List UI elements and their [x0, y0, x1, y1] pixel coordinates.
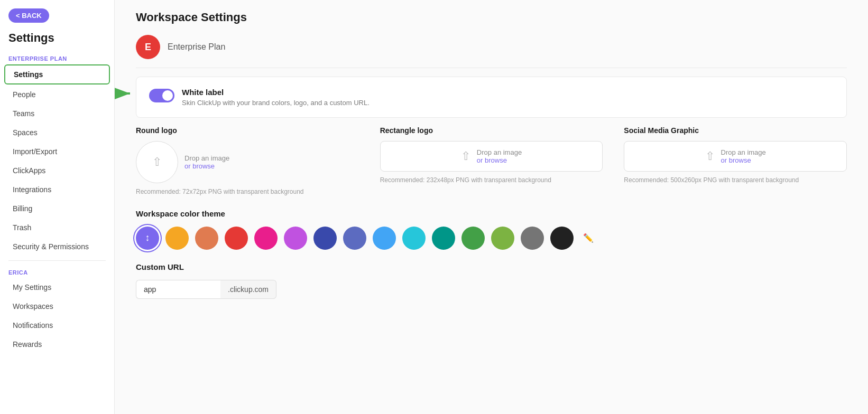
color-dot-cyan[interactable]: [402, 227, 426, 250]
social-logo-section: Social Media Graphic ⇧ Drop an image or …: [624, 126, 847, 196]
sidebar-item-rewards[interactable]: Rewards: [4, 335, 110, 353]
rect-browse-label[interactable]: or browse: [477, 156, 522, 164]
rectangle-logo-upload[interactable]: ⇧ Drop an image or browse: [380, 141, 603, 172]
color-dot-orange-red[interactable]: [195, 227, 218, 250]
social-drop-label: Drop an image: [721, 148, 766, 156]
color-arrows-icon: ↕: [145, 232, 150, 243]
round-logo-rec: Recommended: 72x72px PNG with transparen…: [136, 187, 359, 196]
logos-row: Round logo ⇧ Drop an image or browse Rec…: [136, 126, 847, 196]
white-label-heading: White label: [182, 88, 370, 97]
green-arrow: [115, 84, 136, 102]
white-label-text: White label Skin ClickUp with your brand…: [182, 88, 370, 107]
sidebar-item-clickapps[interactable]: ClickApps: [4, 162, 110, 180]
social-logo-upload[interactable]: ⇧ Drop an image or browse: [624, 141, 847, 172]
rect-upload-cloud-icon: ⇧: [461, 149, 470, 163]
color-custom-icon[interactable]: ✏️: [580, 230, 597, 247]
color-dot-dark-blue[interactable]: [313, 227, 337, 250]
white-label-description: Skin ClickUp with your brand colors, log…: [182, 99, 370, 107]
color-dot-red[interactable]: [225, 227, 248, 250]
color-dot-blue[interactable]: [343, 227, 366, 250]
sidebar-item-spaces[interactable]: Spaces: [4, 124, 110, 142]
color-theme-heading: Workspace color theme: [136, 209, 847, 218]
rectangle-logo-heading: Rectangle logo: [380, 126, 603, 135]
sidebar-item-notifications[interactable]: Notifications: [4, 316, 110, 334]
rectangle-logo-rec: Recommended: 232x48px PNG with transpare…: [380, 176, 603, 185]
white-label-toggle[interactable]: [149, 89, 174, 102]
enterprise-section-label: ENTERPRISE PLAN: [0, 51, 114, 64]
color-dot-purple[interactable]: [284, 227, 307, 250]
color-dot-light-green[interactable]: [491, 227, 514, 250]
round-logo-drop-text: Drop an image or browse: [184, 154, 229, 170]
round-logo-section: Round logo ⇧ Drop an image or browse Rec…: [136, 126, 359, 196]
sidebar-title: Settings: [0, 31, 114, 51]
enterprise-name: Enterprise Plan: [168, 42, 225, 52]
sidebar-item-billing[interactable]: Billing: [4, 200, 110, 218]
round-drop-label: Drop an image: [184, 154, 229, 162]
color-dot-pink[interactable]: [254, 227, 278, 250]
color-row: ↕ ✏️: [136, 227, 847, 250]
social-logo-drop-text: Drop an image or browse: [721, 148, 766, 164]
color-dot-green[interactable]: [461, 227, 485, 250]
round-browse-label[interactable]: or browse: [184, 162, 229, 170]
color-dot-teal[interactable]: [432, 227, 455, 250]
rectangle-logo-section: Rectangle logo ⇧ Drop an image or browse…: [380, 126, 603, 196]
color-dot-light-blue[interactable]: [373, 227, 396, 250]
sidebar-item-import-export[interactable]: Import/Export: [4, 143, 110, 161]
sidebar-item-settings[interactable]: Settings: [4, 64, 110, 84]
sidebar-item-integrations[interactable]: Integrations: [4, 181, 110, 199]
url-row: .clickup.com: [136, 280, 847, 299]
social-logo-rec: Recommended: 500x260px PNG with transpar…: [624, 176, 847, 185]
url-suffix: .clickup.com: [220, 280, 276, 299]
social-logo-heading: Social Media Graphic: [624, 126, 847, 135]
sidebar-item-trash[interactable]: Trash: [4, 219, 110, 237]
color-dot-gray[interactable]: [521, 227, 544, 250]
main-content: Workspace Settings E Enterprise Plan Whi…: [115, 0, 868, 414]
sidebar-item-my-settings[interactable]: My Settings: [4, 278, 110, 296]
color-dot-selected[interactable]: ↕: [136, 227, 159, 250]
white-label-card: White label Skin ClickUp with your brand…: [136, 77, 847, 118]
custom-url-input[interactable]: [136, 280, 220, 299]
color-theme-section: Workspace color theme ↕ ✏️: [136, 209, 847, 250]
white-label-row: White label Skin ClickUp with your brand…: [149, 88, 834, 107]
round-logo-upload[interactable]: ⇧: [136, 141, 178, 183]
back-button[interactable]: < BACK: [8, 8, 49, 23]
enterprise-avatar: E: [136, 35, 160, 59]
rect-logo-drop-text: Drop an image or browse: [477, 148, 522, 164]
round-logo-upload-wrapper: ⇧ Drop an image or browse: [136, 141, 359, 183]
sidebar-item-people[interactable]: People: [4, 86, 110, 103]
sidebar-item-security[interactable]: Security & Permissions: [4, 238, 110, 256]
rect-drop-label: Drop an image: [477, 148, 522, 156]
sidebar: < BACK Settings ENTERPRISE PLAN Settings…: [0, 0, 115, 414]
sidebar-divider: [8, 260, 106, 261]
personal-section-label: ERICA: [0, 265, 114, 278]
page-title: Workspace Settings: [136, 11, 847, 24]
round-logo-heading: Round logo: [136, 126, 359, 135]
custom-url-section: Custom URL .clickup.com: [136, 262, 847, 299]
custom-url-heading: Custom URL: [136, 262, 847, 271]
social-browse-label[interactable]: or browse: [721, 156, 766, 164]
sidebar-item-teams[interactable]: Teams: [4, 105, 110, 123]
enterprise-row: E Enterprise Plan: [136, 35, 847, 68]
sidebar-item-workspaces[interactable]: Workspaces: [4, 297, 110, 315]
color-dot-orange[interactable]: [165, 227, 189, 250]
social-upload-cloud-icon: ⇧: [705, 149, 715, 163]
color-dot-black[interactable]: [550, 227, 574, 250]
upload-cloud-icon: ⇧: [152, 155, 162, 169]
